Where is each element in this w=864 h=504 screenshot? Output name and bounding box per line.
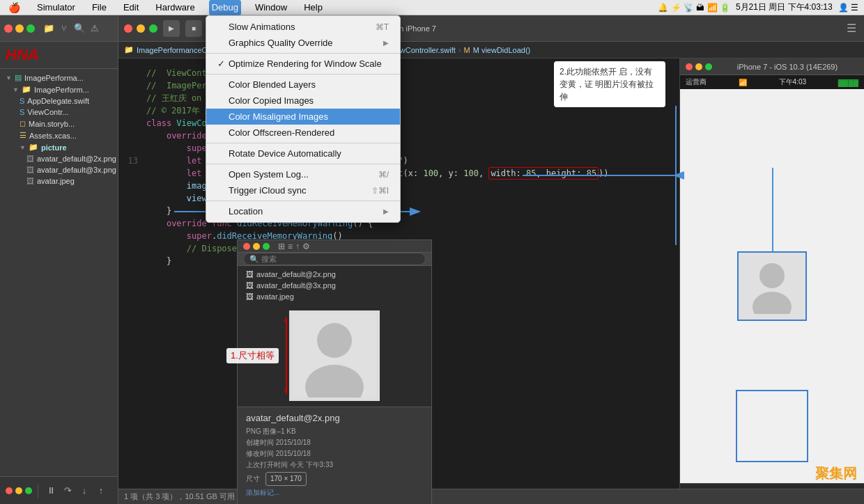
folder-icon: 📁: [29, 143, 38, 152]
win-red[interactable]: [124, 24, 132, 33]
prev-green[interactable]: [263, 243, 270, 250]
prev-red[interactable]: [243, 243, 250, 250]
menu-sep-1: [206, 53, 400, 54]
menu-color-copied[interactable]: Color Copied Images: [206, 93, 400, 109]
dbg-yellow[interactable]: [15, 487, 22, 494]
stepout-icon[interactable]: ↑: [94, 484, 108, 498]
menu-graphics-quality[interactable]: Graphics Quality Override ▶: [206, 35, 400, 51]
menu-color-blended[interactable]: Color Blended Layers: [206, 77, 400, 93]
menu-edit[interactable]: Edit: [121, 0, 141, 15]
tree-avatar2x[interactable]: 🖼 avatar_default@2x.png: [0, 153, 118, 164]
menu-file[interactable]: File: [89, 0, 109, 15]
opened-label: 上次打开时间 今天 下午3:33: [246, 459, 423, 471]
preview-panel: ⊞ ≡ ↑ ⚙ 🔍 搜索 🖼 avatar_default@2x.png: [237, 239, 432, 504]
prev-yellow[interactable]: [253, 243, 260, 250]
tree-avatar3x[interactable]: 🖼 avatar_default@3x.png: [0, 164, 118, 175]
git-icon[interactable]: ⑂: [57, 22, 71, 36]
stepover-icon[interactable]: ↷: [61, 484, 75, 498]
sim-red[interactable]: [686, 63, 693, 70]
preview-avatar: [289, 310, 380, 401]
group-name: ImagePerform...: [34, 86, 89, 94]
sim-traffic-lights: [686, 63, 712, 70]
traffic-green[interactable]: [26, 24, 35, 33]
tree-picture-folder[interactable]: ▼ 📁 picture: [0, 141, 118, 153]
debug-menu-dropdown: Slow Animations ⌘T Graphics Quality Over…: [206, 15, 401, 223]
share-icon[interactable]: ↑: [295, 242, 300, 251]
menubar-user: 👤 ☰: [838, 3, 858, 13]
win-yellow[interactable]: [137, 24, 145, 33]
menu-rotate-device[interactable]: Rotate Device Automatically: [206, 145, 400, 162]
img-icon: 🖼: [246, 292, 254, 301]
sim-yellow[interactable]: [695, 63, 702, 70]
file-avatarjpeg: avatar.jpeg: [37, 177, 75, 185]
dbg-green[interactable]: [25, 487, 32, 494]
menu-color-misaligned[interactable]: Color Misaligned Images: [206, 109, 400, 125]
folder-icon[interactable]: 📁: [42, 22, 56, 36]
file-item-avatar2x[interactable]: 🖼 avatar_default@2x.png: [238, 269, 431, 280]
add-tag-link[interactable]: 添加标记...: [246, 489, 279, 496]
sim-statusbar: 运营商 📶 下午4:03 ▓▓▓▓: [680, 75, 864, 89]
stepinto-icon[interactable]: ↓: [77, 484, 91, 498]
menu-color-offscreen[interactable]: Color Offscreen-Rendered: [206, 125, 400, 141]
menu-optimize-rendering[interactable]: ✓ Optimize Rendering for Window Scale: [206, 56, 400, 72]
sim-carrier: 运营商: [686, 77, 707, 87]
menu-simulator[interactable]: Simulator: [34, 0, 78, 15]
tree-appdelegate[interactable]: S AppDelegate.swift: [0, 95, 118, 107]
sim-green[interactable]: [705, 63, 712, 70]
file-label: avatar_default@2x.png: [256, 270, 336, 278]
preview-meta: PNG 图像–1 KB 创建时间 2015/10/18 修改时间 2015/10…: [246, 426, 423, 498]
logo-container: HNA: [0, 42, 118, 69]
svg-point-4: [317, 323, 352, 358]
blue-connector: [772, 168, 773, 251]
menu-location[interactable]: Location ▶: [206, 203, 400, 219]
menu-trigger-icloud[interactable]: Trigger iCloud sync ⇧⌘I: [206, 182, 400, 198]
swift-icon: S: [20, 108, 24, 116]
tree-project-root[interactable]: ▼ ▤ ImagePerforma...: [0, 72, 118, 84]
size-badge: 170 × 170: [265, 472, 307, 486]
search-field[interactable]: 🔍 搜索: [243, 253, 426, 265]
win-green[interactable]: [149, 24, 157, 33]
stop-button[interactable]: ■: [185, 20, 202, 37]
warning-icon[interactable]: ⚠: [88, 22, 102, 36]
tree-viewcontroller[interactable]: S ViewContr...: [0, 107, 118, 118]
grid-view-icon[interactable]: ⊞: [278, 242, 285, 251]
expand-arrow: ▼: [20, 144, 26, 151]
dbg-red[interactable]: [6, 487, 13, 494]
bc-func[interactable]: M viewDidLoad(): [473, 46, 531, 54]
debug-panel: ⏸ ↷ ↓ ↑: [0, 476, 118, 504]
file-item-avatar3x[interactable]: 🖼 avatar_default@3x.png: [238, 280, 431, 291]
play-button[interactable]: ▶: [163, 20, 180, 37]
img-icon: 🖼: [246, 281, 254, 290]
tree-assets[interactable]: ☰ Assets.xcas...: [0, 129, 118, 141]
menu-help[interactable]: Help: [301, 0, 325, 15]
action-icon[interactable]: ⚙: [302, 242, 310, 251]
file-item-avatarjpeg[interactable]: 🖼 avatar.jpeg: [238, 291, 431, 302]
folder-picture: picture: [41, 143, 67, 152]
pause-icon[interactable]: ⏸: [44, 484, 58, 498]
menu-hardware[interactable]: Hardware: [153, 0, 197, 15]
modified-label: 修改时间 2015/10/18: [246, 448, 423, 459]
size-equal-label: 1.尺寸相等: [226, 348, 279, 363]
avatar-container: [737, 251, 807, 321]
add-tag-row: 添加标记...: [246, 487, 423, 498]
menu-debug[interactable]: Debug: [209, 0, 241, 15]
sim-title: iPhone 7 - iOS 10.3 (14E269): [716, 63, 858, 71]
tree-mainstory[interactable]: ◻ Main.storyb...: [0, 118, 118, 129]
menu-slow-animations[interactable]: Slow Animations ⌘T: [206, 19, 400, 35]
tree-group[interactable]: ▼ 📁 ImagePerform...: [0, 84, 118, 95]
traffic-yellow[interactable]: [15, 24, 24, 33]
menu-window[interactable]: Window: [252, 0, 290, 15]
file-label: avatar.jpeg: [256, 292, 294, 301]
apple-menu[interactable]: 🍎: [6, 0, 23, 15]
sep: [38, 484, 38, 498]
created-label: 创建时间 2015/10/18: [246, 437, 423, 448]
file-appdelegate: AppDelegate.swift: [27, 97, 89, 105]
list-view-icon[interactable]: ≡: [288, 242, 293, 251]
menu-open-log[interactable]: Open System Log... ⌘/: [206, 166, 400, 182]
tree-avatarjpeg[interactable]: 🖼 avatar.jpeg: [0, 175, 118, 187]
menu-icon[interactable]: ☰: [844, 22, 858, 36]
folder-icon: 📁: [22, 85, 31, 94]
svg-point-2: [753, 292, 792, 314]
traffic-red[interactable]: [4, 24, 13, 33]
search-icon[interactable]: 🔍: [72, 22, 86, 36]
